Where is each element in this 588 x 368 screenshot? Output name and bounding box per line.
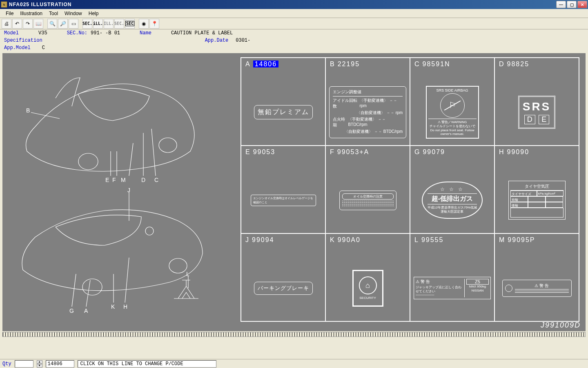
svg-point-1 <box>159 138 177 153</box>
close-button[interactable]: ✕ <box>577 1 587 8</box>
code-a: 14806 <box>253 61 279 67</box>
redo-button[interactable]: ↷ <box>23 19 33 29</box>
label-grid: A14806 無鉛プレミアム B22195 エンジン調整値 アイドル回転数〈手動… <box>241 57 579 322</box>
code-c: 98591N <box>423 61 450 67</box>
callout-e: E <box>105 177 109 183</box>
code-d: 98825 <box>507 61 530 67</box>
qty-label: Qty <box>2 361 11 367</box>
undo-button[interactable]: ↶ <box>12 19 22 29</box>
globe-button[interactable]: ◉ <box>139 19 149 29</box>
menu-illustration[interactable]: Illustration <box>17 10 46 17</box>
appdate-value: 0301- <box>236 38 250 43</box>
svg-line-5 <box>129 143 133 176</box>
cell-b[interactable]: B22195 エンジン調整値 アイドル回転数〈手動変速機〉 －－ rpm 〈自動… <box>325 58 410 146</box>
drawing-id: J991009D <box>541 321 581 330</box>
ill-light-button[interactable]: iLL. <box>93 19 103 29</box>
qty-up-button[interactable]: ▲ <box>37 360 42 364</box>
no-childseat-icon <box>440 93 465 118</box>
plate-c: SRS SIDE AIRBAG ⚠ 警告／WARNING チャイルドシートを使わ… <box>426 86 479 139</box>
fit-button[interactable]: ▭ <box>69 19 78 29</box>
sec-gray-button[interactable]: SEC. <box>114 19 124 29</box>
secno-label: SEC.No: <box>67 30 87 36</box>
callout-b: B <box>26 107 30 114</box>
qty-input[interactable] <box>15 360 33 368</box>
callout-a: A <box>84 307 88 314</box>
cell-f[interactable]: F99053+A オイル交換時の注意 <box>325 146 410 233</box>
ill-gray-button[interactable]: ILL. <box>104 19 114 29</box>
plate-k: ⌂ SECURITY <box>352 270 383 307</box>
svg-line-15 <box>86 280 90 307</box>
print-button[interactable]: 🖨 <box>2 19 11 29</box>
appmodel-label: App.Model <box>4 45 31 51</box>
cell-d[interactable]: D98825 SRS D E <box>494 58 579 146</box>
cell-h[interactable]: H99090 タイヤ空気圧 タイヤサイズkPa kgf/cm² 前輪 後輪 <box>494 146 579 233</box>
zoom-button[interactable]: 🔎 <box>58 19 68 29</box>
info-row-1: Model V35 SEC.No: 991- -B 01 Name CAUTIO… <box>0 29 588 37</box>
secno-value: 991- -B 01 <box>91 30 120 36</box>
menu-help[interactable]: Help <box>85 10 102 17</box>
svg-line-2 <box>31 112 60 119</box>
callout-h: H <box>123 303 127 310</box>
toolbar: 🖨 ↶ ↷ 📖 🔍 🔎 ▭ SEC. iLL. ILL. SEC. SEC ◉ … <box>0 18 588 29</box>
plate-j: パーキングブレーキ <box>254 282 313 295</box>
ruler <box>2 332 586 337</box>
plate-m: ⚠ 警 告 <box>502 280 572 297</box>
menu-tool[interactable]: Tool <box>46 10 61 17</box>
plate-g: ☆ ☆ ☆ 超-低排出ガス 平成12年度基準排出ガス75%低減 運輸大臣認定車 <box>422 182 483 218</box>
book-button[interactable]: 📖 <box>33 19 43 29</box>
cell-c[interactable]: C98591N SRS SIDE AIRBAG ⚠ 警告／WARNING チャイ… <box>410 58 494 146</box>
pin-button[interactable]: 📍 <box>149 19 159 29</box>
info-row-3: App.Model C <box>0 44 588 52</box>
model-value: V35 <box>38 30 47 36</box>
model-label: Model <box>4 30 19 36</box>
statusbar: Qty ▲ ▼ 14806 CLICK ON THIS LINE TO CHAN… <box>0 359 588 368</box>
menu-file[interactable]: File <box>2 10 17 17</box>
plate-h: タイヤ空気圧 タイヤサイズkPa kgf/cm² 前輪 後輪 <box>508 181 566 220</box>
svg-line-14 <box>72 274 76 307</box>
name-value: CAUTION PLATE & LABEL <box>171 30 233 36</box>
plate-f: オイル交換時の注意 <box>339 191 396 210</box>
cell-e[interactable]: E99053 エンジンオイル交換時はオイルレベルゲージを確認のこと <box>241 146 325 233</box>
svg-point-9 <box>169 258 187 273</box>
menu-window[interactable]: Window <box>61 10 85 17</box>
appdate-label: App.Date <box>205 38 229 43</box>
window-title: NFA025 ILLUSTRATION <box>9 2 556 7</box>
car-diagrams: B M D C E F <box>7 57 227 319</box>
callout-j: J <box>127 187 130 193</box>
plate-a: 無鉛プレミアム <box>254 105 313 119</box>
callout-k: K <box>111 303 115 310</box>
code-k: 990A0 <box>338 236 361 243</box>
callout-c: C <box>154 177 158 183</box>
illustration-canvas[interactable]: B M D C E F <box>2 53 586 331</box>
cell-j[interactable]: J99094 パーキングブレーキ <box>241 233 325 321</box>
spec-label: Specification <box>4 38 42 43</box>
sec-box-button[interactable]: SEC <box>125 19 135 29</box>
pcode-field[interactable]: 14806 <box>46 360 74 368</box>
cell-g[interactable]: G99079 ☆ ☆ ☆ 超-低排出ガス 平成12年度基準排出ガス75%低減 運… <box>410 146 494 233</box>
security-icon: ⌂ <box>359 276 377 294</box>
maximize-button[interactable]: ▢ <box>567 1 577 8</box>
qty-spinner[interactable]: ▲ ▼ <box>37 360 42 368</box>
titlebar: N NFA025 ILLUSTRATION — ▢ ✕ <box>0 0 588 9</box>
code-h: 99090 <box>507 148 530 155</box>
callout-d: D <box>141 177 145 183</box>
callout-l: L <box>186 271 189 277</box>
cell-k[interactable]: K990A0 ⌂ SECURITY <box>325 233 410 321</box>
code-l: 99555 <box>421 236 444 243</box>
sec-dark-button[interactable]: SEC. <box>82 19 92 29</box>
search-button[interactable]: 🔍 <box>47 19 57 29</box>
cell-l[interactable]: L99555 ⚠ 警 告 ジャッキアップ点に正しく合わせてください ──────… <box>410 233 494 321</box>
cell-a[interactable]: A14806 無鉛プレミアム <box>241 58 325 146</box>
minimize-button[interactable]: — <box>556 1 566 8</box>
code-e: 99053 <box>253 148 276 155</box>
plate-e: エンジンオイル交換時はオイルレベルゲージを確認のこと <box>251 195 316 206</box>
info-row-2: Specification App.Date 0301- <box>0 37 588 44</box>
code-f: 99053+A <box>337 148 370 155</box>
svg-line-12 <box>125 258 129 303</box>
cell-m[interactable]: M99095P ⚠ 警 告 <box>494 233 579 321</box>
code-b: 22195 <box>338 61 360 67</box>
plate-d: SRS D E <box>518 96 556 129</box>
status-message[interactable]: CLICK ON THIS LINE TO CHANGE P/CODE <box>78 360 216 368</box>
qty-down-button[interactable]: ▼ <box>37 364 42 368</box>
app-icon: N <box>1 1 7 8</box>
